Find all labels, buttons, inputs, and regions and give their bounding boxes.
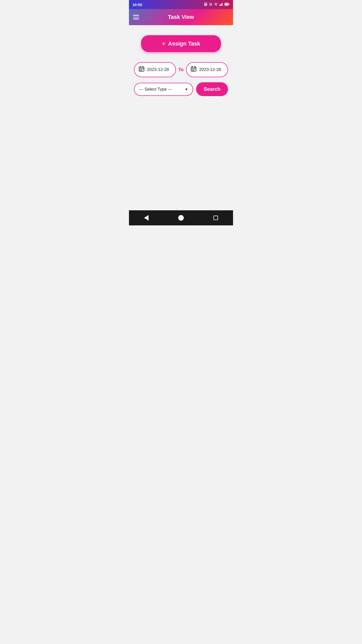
filter-row: --- Select Type --- ▼ Search xyxy=(134,82,228,96)
svg-rect-11 xyxy=(229,4,230,5)
header-title: Task View xyxy=(168,14,194,20)
svg-rect-17 xyxy=(141,69,142,70)
main-content: + Assign Task 2023-12-28 xyxy=(129,25,233,210)
status-time: 10:50 xyxy=(132,3,142,7)
home-button[interactable] xyxy=(176,213,186,223)
app-header: Task View xyxy=(129,9,233,25)
svg-rect-19 xyxy=(140,70,141,71)
menu-button[interactable] xyxy=(133,15,139,19)
status-icons: R xyxy=(204,3,230,7)
svg-text:R: R xyxy=(210,4,211,6)
to-date-value: 2023-12-28 xyxy=(199,67,221,72)
svg-rect-8 xyxy=(222,3,223,6)
home-icon xyxy=(178,215,184,221)
status-bar: 10:50 R xyxy=(129,0,233,9)
from-date-value: 2023-12-28 xyxy=(147,67,169,72)
svg-rect-20 xyxy=(141,70,142,71)
from-date-input[interactable]: 2023-12-28 xyxy=(134,62,176,77)
svg-point-4 xyxy=(216,5,216,6)
notification-icon: R xyxy=(209,3,212,7)
plus-icon: + xyxy=(162,40,165,48)
recent-icon xyxy=(213,216,218,220)
svg-rect-26 xyxy=(193,69,194,70)
svg-rect-5 xyxy=(219,5,220,6)
svg-rect-7 xyxy=(221,3,222,6)
sim-icon xyxy=(204,3,207,7)
svg-rect-25 xyxy=(192,69,193,70)
recent-button[interactable] xyxy=(211,213,221,223)
assign-task-label: Assign Task xyxy=(168,41,200,47)
assign-task-button[interactable]: + Assign Task xyxy=(141,35,221,52)
svg-rect-6 xyxy=(220,4,221,6)
svg-rect-18 xyxy=(143,69,143,70)
back-icon xyxy=(144,215,149,221)
battery-icon xyxy=(224,3,230,7)
dropdown-arrow-icon: ▼ xyxy=(185,87,188,91)
to-label: To xyxy=(178,67,184,72)
svg-rect-1 xyxy=(205,4,206,5)
from-calendar-icon xyxy=(139,66,145,73)
svg-rect-29 xyxy=(193,70,194,71)
date-row: 2023-12-28 To 2023-12-28 xyxy=(134,62,228,77)
to-date-input[interactable]: 2023-12-28 xyxy=(186,62,228,77)
select-type-label: --- Select Type --- xyxy=(139,87,185,92)
svg-rect-28 xyxy=(192,70,193,71)
back-button[interactable] xyxy=(141,213,151,223)
wifi-icon xyxy=(214,3,218,7)
search-button[interactable]: Search xyxy=(196,82,228,96)
svg-rect-27 xyxy=(195,69,195,70)
svg-rect-16 xyxy=(140,69,141,70)
select-type-dropdown[interactable]: --- Select Type --- ▼ xyxy=(134,83,193,96)
svg-rect-10 xyxy=(225,3,228,5)
bottom-nav xyxy=(129,210,233,225)
to-calendar-icon xyxy=(191,66,197,73)
signal-icon xyxy=(219,3,223,7)
